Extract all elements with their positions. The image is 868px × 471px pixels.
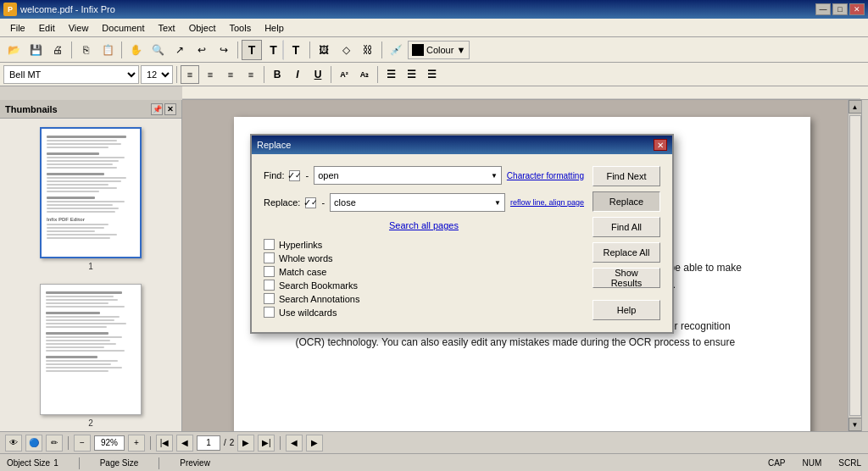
colour-button[interactable]: Colour ▼: [408, 41, 470, 59]
list-button[interactable]: ☰: [422, 65, 441, 84]
play-button[interactable]: ▶: [237, 435, 254, 452]
text-tool-T2[interactable]: T: [264, 40, 284, 60]
prev-page-button[interactable]: ◀: [176, 435, 193, 452]
toolbar-sep-2: [121, 42, 122, 58]
font-selector[interactable]: Bell MT: [3, 65, 139, 84]
open-button[interactable]: 📂: [3, 40, 24, 60]
align-left-button[interactable]: ≡: [181, 65, 199, 84]
scroll-up-button[interactable]: ▲: [849, 100, 862, 114]
align-justify-button[interactable]: ≡: [242, 65, 260, 84]
indent-button[interactable]: ☰: [381, 65, 400, 84]
last-page-button[interactable]: ▶|: [258, 435, 275, 452]
thumbnails-pin-button[interactable]: 📌: [151, 103, 163, 115]
scroll-thumb[interactable]: [849, 115, 861, 416]
show-results-button[interactable]: Show Results: [593, 268, 660, 288]
svg-rect-0: [182, 86, 860, 100]
text-tool-T[interactable]: T: [242, 40, 262, 60]
search-annotations-checkbox[interactable]: [264, 293, 275, 304]
subscript-button[interactable]: A₂: [355, 65, 374, 84]
nav-bar: 👁 🔵 ✏ − + |◀ ◀ / 2 ▶ ▶| ◀ ▶: [0, 431, 868, 453]
font-size-selector[interactable]: 12: [141, 65, 173, 84]
replace-checkbox[interactable]: ✓: [305, 197, 316, 208]
thumbnail-page-2[interactable]: 2: [40, 284, 142, 428]
search-bookmarks-checkbox[interactable]: [264, 280, 275, 291]
outdent-button[interactable]: ☰: [402, 65, 420, 84]
replace-button[interactable]: Replace: [593, 191, 660, 212]
view-mode-button-2[interactable]: 🔵: [25, 435, 42, 452]
paste-button[interactable]: 📋: [97, 40, 118, 60]
forward-button[interactable]: ▶: [306, 435, 323, 452]
menu-object[interactable]: Object: [182, 21, 223, 35]
replace-all-button[interactable]: Replace All: [593, 242, 660, 263]
minimize-button[interactable]: —: [815, 3, 831, 15]
reflow-link[interactable]: reflow line, align page: [510, 198, 584, 207]
menu-help[interactable]: Help: [258, 21, 291, 35]
thumbnails-header: Thumbnails 📌 ✕: [0, 100, 181, 119]
menu-tools[interactable]: Tools: [222, 21, 258, 35]
search-all-pages-link[interactable]: Search all pages: [264, 220, 584, 230]
redo-button[interactable]: ↪: [214, 40, 234, 60]
object-size-label: Object Size: [7, 458, 50, 468]
zoom-tool[interactable]: 🔍: [147, 40, 168, 60]
thumbnails-panel: Thumbnails 📌 ✕: [0, 100, 182, 431]
page-area[interactable]: ...nal results. Here's a ...with powerfu…: [182, 100, 861, 431]
superscript-button[interactable]: A²: [335, 65, 353, 84]
num-indicator: NUM: [803, 458, 822, 468]
object-size-value: 1: [53, 458, 58, 468]
save-button[interactable]: 💾: [25, 40, 46, 60]
view-mode-button-1[interactable]: 👁: [5, 435, 22, 452]
total-pages: 2: [230, 438, 235, 447]
vertical-scrollbar[interactable]: ▲ ▼: [848, 100, 861, 431]
zoom-display: [94, 435, 125, 451]
char-format-link[interactable]: Character formatting: [507, 171, 584, 180]
thumbnail-image-1: Infix PDF Editor: [40, 127, 142, 258]
menu-text[interactable]: Text: [152, 21, 182, 35]
zoom-in-button[interactable]: +: [128, 435, 145, 452]
copy-button[interactable]: ⎘: [75, 40, 96, 60]
image-tool[interactable]: 🖼: [314, 40, 334, 60]
help-button[interactable]: Help: [593, 300, 660, 320]
menu-file[interactable]: File: [3, 21, 32, 35]
find-next-button[interactable]: Find Next: [593, 166, 660, 186]
print-button[interactable]: 🖨: [47, 40, 68, 60]
undo-button[interactable]: ↩: [192, 40, 212, 60]
format-sep-1: [176, 66, 177, 83]
replace-input[interactable]: close ▼: [330, 193, 505, 212]
zoom-out-button[interactable]: −: [74, 435, 91, 452]
thumbnail-num-2: 2: [88, 418, 93, 428]
maximize-button[interactable]: □: [832, 3, 848, 15]
select-tool[interactable]: ↗: [170, 40, 190, 60]
eyedropper-tool[interactable]: 💉: [386, 40, 406, 60]
text-tool-T3[interactable]: T: [286, 40, 306, 60]
find-checkbox[interactable]: ✓: [289, 170, 300, 181]
current-page-input[interactable]: [197, 435, 220, 451]
find-input[interactable]: open ▼: [314, 166, 502, 185]
align-center-button[interactable]: ≡: [201, 65, 220, 84]
thumbnails-close-button[interactable]: ✕: [164, 103, 176, 115]
match-case-checkbox[interactable]: [264, 266, 275, 277]
menu-edit[interactable]: Edit: [32, 21, 62, 35]
bold-button[interactable]: B: [268, 65, 287, 84]
whole-words-checkbox[interactable]: [264, 252, 275, 263]
menu-view[interactable]: View: [62, 21, 96, 35]
menu-document[interactable]: Document: [95, 21, 151, 35]
link-tool[interactable]: ⛓: [358, 40, 378, 60]
close-button[interactable]: ✕: [849, 3, 865, 15]
underline-button[interactable]: U: [309, 65, 327, 84]
pan-tool[interactable]: ✋: [125, 40, 146, 60]
thumbnail-page-1[interactable]: Infix PDF Editor 1: [40, 127, 142, 271]
use-wildcards-checkbox[interactable]: [264, 307, 275, 318]
zoom-input[interactable]: [94, 435, 125, 451]
edit-mode-button[interactable]: ✏: [46, 435, 63, 452]
italic-button[interactable]: I: [288, 65, 307, 84]
scroll-down-button[interactable]: ▼: [849, 418, 862, 431]
dialog-close-button[interactable]: ✕: [654, 139, 667, 151]
back-button[interactable]: ◀: [286, 435, 303, 452]
hyperlinks-label: Hyperlinks: [279, 240, 322, 250]
hyperlinks-checkbox[interactable]: [264, 239, 275, 250]
preview-label: Preview: [180, 458, 210, 468]
align-right-button[interactable]: ≡: [221, 65, 240, 84]
first-page-button[interactable]: |◀: [156, 435, 173, 452]
shape-tool[interactable]: ◇: [336, 40, 356, 60]
find-all-button[interactable]: Find All: [593, 217, 660, 237]
